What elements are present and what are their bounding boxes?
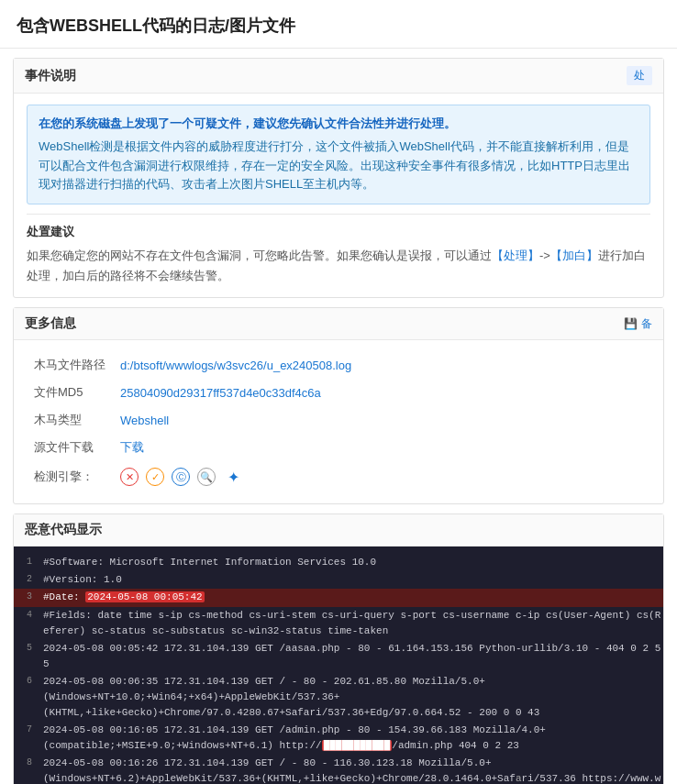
code-line-7: 7 2024-05-08 00:16:05 172.31.104.139 GET… — [14, 722, 663, 755]
event-section: 事件说明 处 在您的系统磁盘上发现了一个可疑文件，建议您先确认文件合法性并进行处… — [13, 58, 664, 298]
event-section-body: 在您的系统磁盘上发现了一个可疑文件，建议您先确认文件合法性并进行处理。 WebS… — [14, 94, 663, 297]
code-line-8: 8 2024-05-08 00:16:26 172.31.104.139 GET… — [14, 755, 663, 784]
engine-icon-2: ✓ — [146, 468, 164, 486]
field-label-engine: 检测引擎： — [27, 461, 113, 492]
table-row: 木马文件路径 d:/btsoft/wwwlogs/w3svc26/u_ex240… — [27, 351, 650, 379]
backup-action[interactable]: 💾 备 — [624, 316, 652, 332]
more-info-header: 更多信息 💾 备 — [14, 308, 663, 340]
field-label-path: 木马文件路径 — [27, 351, 113, 379]
event-section-title: 事件说明 — [25, 68, 76, 84]
malicious-code-section: 恶意代码显示 1 #Software: Microsoft Internet I… — [13, 513, 664, 784]
table-row: 源文件下载 下载 — [27, 434, 650, 461]
more-info-body: 木马文件路径 d:/btsoft/wwwlogs/w3svc26/u_ex240… — [14, 340, 663, 503]
more-info-title: 更多信息 — [25, 315, 76, 332]
field-label-download: 源文件下载 — [27, 434, 113, 461]
code-line-5: 5 2024-05-08 00:05:42 172.31.104.139 GET… — [14, 640, 663, 673]
table-row: 检测引擎： ✕ ✓ Ⓒ 🔍 ✦ — [27, 461, 650, 492]
malicious-code-title: 恶意代码显示 — [25, 522, 102, 536]
divider — [27, 214, 650, 215]
table-row: 木马类型 Webshell — [27, 406, 650, 434]
malicious-code-header: 恶意代码显示 — [14, 514, 663, 547]
code-line-2: 2 #Version: 1.0 — [14, 571, 663, 589]
field-label-md5: 文件MD5 — [27, 379, 113, 406]
engine-icon-5: ✦ — [223, 467, 243, 487]
engine-icon-4: 🔍 — [197, 468, 216, 486]
suggest-text: 如果您确定您的网站不存在文件包含漏洞，可您略此告警。如果您确认是误报，可以通过【… — [27, 246, 650, 286]
field-val-type: Webshell — [113, 406, 650, 434]
field-val-path[interactable]: d:/btsoft/wwwlogs/w3svc26/u_ex240508.log — [113, 351, 650, 379]
info-table: 木马文件路径 d:/btsoft/wwwlogs/w3svc26/u_ex240… — [27, 351, 650, 492]
suggest-title: 处置建议 — [27, 224, 650, 240]
engine-icon-1: ✕ — [120, 468, 139, 486]
code-line-4: 4 #Fields: date time s-ip cs-method cs-u… — [14, 607, 663, 640]
alert-main-line: 在您的系统磁盘上发现了一个可疑文件，建议您先确认文件合法性并进行处理。 — [39, 115, 638, 134]
field-label-type: 木马类型 — [27, 406, 113, 434]
alert-body-text: WebShell检测是根据文件内容的威胁程度进行打分，这个文件被插入WebShe… — [39, 138, 638, 194]
code-line-1: 1 #Software: Microsoft Internet Informat… — [14, 554, 663, 571]
highlighted-date: 2024-05-08 00:05:42 — [85, 591, 204, 602]
code-block: 1 #Software: Microsoft Internet Informat… — [14, 547, 663, 784]
field-val-download[interactable]: 下载 — [113, 434, 650, 461]
table-row: 文件MD5 25804090d29317ff537d4e0c33df4c6a — [27, 379, 650, 406]
code-line-6: 6 2024-05-08 00:06:35 172.31.104.139 GET… — [14, 673, 663, 722]
whitelist-link[interactable]: 【加白】 — [550, 248, 598, 262]
code-line-3: 3 #Date: 2024-05-08 00:05:42 — [14, 589, 663, 606]
field-val-engine: ✕ ✓ Ⓒ 🔍 ✦ — [113, 461, 650, 492]
more-info-section: 更多信息 💾 备 木马文件路径 d:/btsoft/wwwlogs/w3svc2… — [13, 307, 664, 504]
event-section-header: 事件说明 处 — [14, 59, 663, 94]
field-val-md5: 25804090d29317ff537d4e0c33df4c6a — [113, 379, 650, 406]
process-link[interactable]: 【处理】 — [492, 248, 539, 262]
detection-icons: ✕ ✓ Ⓒ 🔍 ✦ — [120, 467, 643, 487]
page-title: 包含WEBSHELL代码的日志/图片文件 — [0, 0, 677, 49]
backup-label: 备 — [641, 316, 652, 332]
event-alert-box: 在您的系统磁盘上发现了一个可疑文件，建议您先确认文件合法性并进行处理。 WebS… — [27, 105, 650, 204]
engine-icon-3: Ⓒ — [172, 468, 190, 486]
backup-icon: 💾 — [624, 317, 638, 330]
highlighted-url: ███████████ — [322, 740, 393, 751]
event-action-label[interactable]: 处 — [627, 66, 652, 85]
